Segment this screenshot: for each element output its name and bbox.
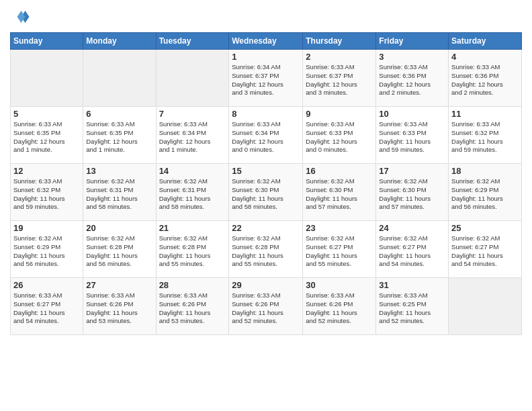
day-info: Sunrise: 6:32 AM Sunset: 6:28 PM Dayligh… [232, 234, 300, 269]
day-number: 15 [232, 166, 300, 176]
day-number: 9 [306, 109, 373, 119]
calendar-cell: 11Sunrise: 6:33 AM Sunset: 6:32 PM Dayli… [449, 107, 522, 164]
day-info: Sunrise: 6:32 AM Sunset: 6:27 PM Dayligh… [306, 234, 373, 269]
calendar-cell: 3Sunrise: 6:33 AM Sunset: 6:36 PM Daylig… [376, 50, 449, 107]
day-number: 27 [86, 280, 152, 290]
calendar-week-row: 5Sunrise: 6:33 AM Sunset: 6:35 PM Daylig… [11, 107, 522, 164]
day-info: Sunrise: 6:32 AM Sunset: 6:27 PM Dayligh… [451, 234, 519, 269]
day-number: 14 [159, 166, 226, 176]
day-number: 10 [379, 109, 445, 119]
calendar-cell [156, 50, 229, 107]
calendar-cell: 29Sunrise: 6:33 AM Sunset: 6:26 PM Dayli… [229, 278, 303, 335]
calendar-day-header: Thursday [303, 33, 376, 50]
calendar-cell: 22Sunrise: 6:32 AM Sunset: 6:28 PM Dayli… [229, 221, 303, 278]
day-number: 19 [13, 223, 80, 233]
day-number: 8 [232, 109, 300, 119]
calendar-week-row: 1Sunrise: 6:34 AM Sunset: 6:37 PM Daylig… [11, 50, 522, 107]
day-info: Sunrise: 6:32 AM Sunset: 6:30 PM Dayligh… [232, 177, 300, 212]
day-number: 22 [232, 223, 300, 233]
day-info: Sunrise: 6:32 AM Sunset: 6:30 PM Dayligh… [379, 177, 445, 212]
day-number: 6 [86, 109, 152, 119]
calendar-day-header: Monday [83, 33, 156, 50]
calendar-week-row: 19Sunrise: 6:32 AM Sunset: 6:29 PM Dayli… [11, 221, 522, 278]
day-info: Sunrise: 6:32 AM Sunset: 6:27 PM Dayligh… [379, 234, 445, 269]
day-number: 11 [451, 109, 519, 119]
calendar-week-row: 12Sunrise: 6:33 AM Sunset: 6:32 PM Dayli… [11, 164, 522, 221]
calendar-cell: 26Sunrise: 6:33 AM Sunset: 6:27 PM Dayli… [11, 278, 83, 335]
day-info: Sunrise: 6:32 AM Sunset: 6:29 PM Dayligh… [451, 177, 519, 212]
header [10, 7, 522, 27]
calendar-cell: 28Sunrise: 6:33 AM Sunset: 6:26 PM Dayli… [156, 278, 229, 335]
calendar-cell: 31Sunrise: 6:33 AM Sunset: 6:25 PM Dayli… [376, 278, 449, 335]
calendar-cell: 1Sunrise: 6:34 AM Sunset: 6:37 PM Daylig… [229, 50, 303, 107]
calendar-day-header: Sunday [11, 33, 83, 50]
day-number: 29 [232, 280, 300, 290]
day-number: 5 [13, 109, 80, 119]
day-number: 12 [13, 166, 80, 176]
calendar-day-header: Friday [376, 33, 449, 50]
day-info: Sunrise: 6:33 AM Sunset: 6:26 PM Dayligh… [232, 291, 300, 326]
day-number: 13 [86, 166, 152, 176]
day-number: 17 [379, 166, 445, 176]
day-number: 28 [159, 280, 226, 290]
calendar-cell: 6Sunrise: 6:33 AM Sunset: 6:35 PM Daylig… [83, 107, 156, 164]
day-info: Sunrise: 6:33 AM Sunset: 6:26 PM Dayligh… [86, 291, 152, 326]
calendar-cell: 21Sunrise: 6:32 AM Sunset: 6:28 PM Dayli… [156, 221, 229, 278]
day-info: Sunrise: 6:32 AM Sunset: 6:29 PM Dayligh… [13, 234, 80, 269]
day-info: Sunrise: 6:33 AM Sunset: 6:25 PM Dayligh… [379, 291, 445, 326]
day-number: 4 [451, 52, 519, 62]
day-number: 2 [306, 52, 373, 62]
day-number: 18 [451, 166, 519, 176]
calendar-cell: 20Sunrise: 6:32 AM Sunset: 6:28 PM Dayli… [83, 221, 156, 278]
day-info: Sunrise: 6:33 AM Sunset: 6:33 PM Dayligh… [306, 120, 373, 154]
day-number: 26 [13, 280, 80, 290]
day-info: Sunrise: 6:33 AM Sunset: 6:27 PM Dayligh… [13, 291, 80, 326]
day-info: Sunrise: 6:33 AM Sunset: 6:35 PM Dayligh… [13, 120, 80, 154]
day-info: Sunrise: 6:33 AM Sunset: 6:26 PM Dayligh… [306, 291, 373, 326]
calendar-cell: 19Sunrise: 6:32 AM Sunset: 6:29 PM Dayli… [11, 221, 83, 278]
day-info: Sunrise: 6:33 AM Sunset: 6:35 PM Dayligh… [86, 120, 152, 154]
calendar-day-header: Saturday [449, 33, 522, 50]
calendar-cell: 7Sunrise: 6:33 AM Sunset: 6:34 PM Daylig… [156, 107, 229, 164]
day-number: 7 [159, 109, 226, 119]
calendar-cell: 25Sunrise: 6:32 AM Sunset: 6:27 PM Dayli… [449, 221, 522, 278]
day-info: Sunrise: 6:33 AM Sunset: 6:36 PM Dayligh… [451, 63, 519, 97]
day-info: Sunrise: 6:32 AM Sunset: 6:30 PM Dayligh… [306, 177, 373, 212]
calendar-cell: 24Sunrise: 6:32 AM Sunset: 6:27 PM Dayli… [376, 221, 449, 278]
calendar-cell: 13Sunrise: 6:32 AM Sunset: 6:31 PM Dayli… [83, 164, 156, 221]
day-number: 1 [232, 52, 300, 62]
day-number: 20 [86, 223, 152, 233]
calendar-cell: 4Sunrise: 6:33 AM Sunset: 6:36 PM Daylig… [449, 50, 522, 107]
day-info: Sunrise: 6:33 AM Sunset: 6:32 PM Dayligh… [13, 177, 80, 212]
day-number: 25 [451, 223, 519, 233]
calendar-cell: 12Sunrise: 6:33 AM Sunset: 6:32 PM Dayli… [11, 164, 83, 221]
day-info: Sunrise: 6:33 AM Sunset: 6:33 PM Dayligh… [379, 120, 445, 154]
day-info: Sunrise: 6:32 AM Sunset: 6:31 PM Dayligh… [86, 177, 152, 212]
calendar-cell: 5Sunrise: 6:33 AM Sunset: 6:35 PM Daylig… [11, 107, 83, 164]
calendar-cell [449, 278, 522, 335]
day-info: Sunrise: 6:33 AM Sunset: 6:32 PM Dayligh… [451, 120, 519, 154]
calendar-cell: 30Sunrise: 6:33 AM Sunset: 6:26 PM Dayli… [303, 278, 376, 335]
day-number: 24 [379, 223, 445, 233]
day-info: Sunrise: 6:33 AM Sunset: 6:26 PM Dayligh… [159, 291, 226, 326]
calendar-cell [11, 50, 83, 107]
day-number: 31 [379, 280, 445, 290]
calendar-cell: 23Sunrise: 6:32 AM Sunset: 6:27 PM Dayli… [303, 221, 376, 278]
calendar-table: SundayMondayTuesdayWednesdayThursdayFrid… [10, 32, 522, 335]
calendar-cell: 18Sunrise: 6:32 AM Sunset: 6:29 PM Dayli… [449, 164, 522, 221]
day-info: Sunrise: 6:33 AM Sunset: 6:34 PM Dayligh… [232, 120, 300, 154]
logo [10, 7, 32, 27]
calendar-cell: 2Sunrise: 6:33 AM Sunset: 6:37 PM Daylig… [303, 50, 376, 107]
calendar-day-header: Wednesday [229, 33, 303, 50]
day-info: Sunrise: 6:33 AM Sunset: 6:34 PM Dayligh… [159, 120, 226, 154]
calendar-cell: 16Sunrise: 6:32 AM Sunset: 6:30 PM Dayli… [303, 164, 376, 221]
day-info: Sunrise: 6:32 AM Sunset: 6:31 PM Dayligh… [159, 177, 226, 212]
day-info: Sunrise: 6:33 AM Sunset: 6:36 PM Dayligh… [379, 63, 445, 97]
day-number: 30 [306, 280, 373, 290]
day-info: Sunrise: 6:33 AM Sunset: 6:37 PM Dayligh… [306, 63, 373, 97]
calendar-cell: 10Sunrise: 6:33 AM Sunset: 6:33 PM Dayli… [376, 107, 449, 164]
calendar-header-row: SundayMondayTuesdayWednesdayThursdayFrid… [11, 33, 522, 50]
calendar-cell [83, 50, 156, 107]
calendar-cell: 17Sunrise: 6:32 AM Sunset: 6:30 PM Dayli… [376, 164, 449, 221]
calendar-week-row: 26Sunrise: 6:33 AM Sunset: 6:27 PM Dayli… [11, 278, 522, 335]
